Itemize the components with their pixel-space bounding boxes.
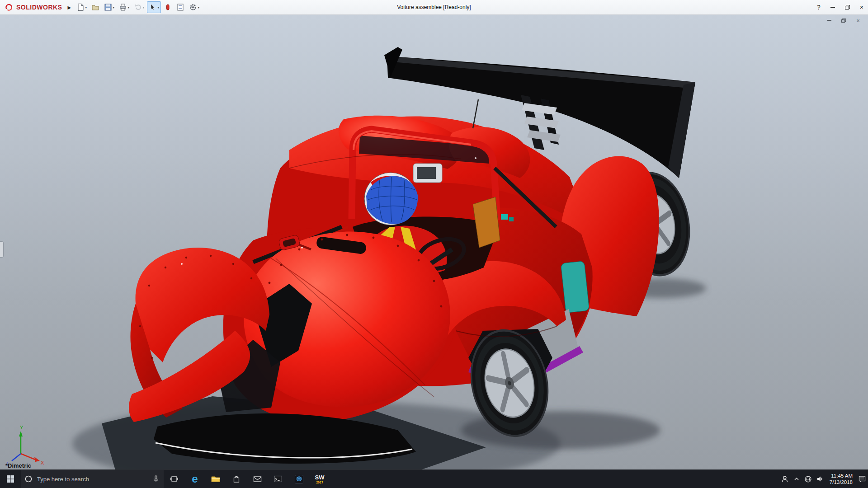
- network-icon: [804, 475, 812, 483]
- solidworks-logo: SOLIDWORKS: [0, 0, 66, 14]
- solidworks-app-year: 2017: [316, 481, 323, 484]
- volume-icon: [816, 475, 824, 483]
- open-folder-icon: [91, 3, 99, 11]
- dropdown-arrow[interactable]: ▾: [113, 5, 114, 9]
- microphone-icon[interactable]: [152, 475, 160, 483]
- close-button[interactable]: ×: [860, 0, 863, 14]
- new-document-icon: [76, 3, 85, 11]
- edge-icon: e: [192, 473, 198, 485]
- command-prompt-icon: [274, 475, 283, 483]
- dropdown-arrow[interactable]: ▾: [157, 5, 159, 9]
- select-cursor-icon: [149, 3, 157, 11]
- clock-time: 11:45 AM: [831, 473, 853, 479]
- file-explorer-icon: [211, 475, 220, 483]
- document-window-controls: ×: [826, 17, 862, 23]
- search-input[interactable]: [36, 475, 148, 483]
- window-controls: ? ×: [817, 0, 863, 14]
- dropdown-arrow[interactable]: ▾: [127, 5, 129, 9]
- doc-restore-icon: [841, 19, 846, 23]
- graphics-area[interactable]: ×: [0, 14, 868, 470]
- restore-button[interactable]: [845, 0, 850, 14]
- dropdown-arrow[interactable]: ▾: [142, 5, 144, 9]
- doc-restore-button[interactable]: [840, 17, 847, 23]
- brand-wordmark: SOLIDWORKS: [16, 4, 62, 11]
- mail-envelope-icon: [253, 475, 262, 483]
- print-icon: [119, 3, 127, 11]
- doc-close-button[interactable]: ×: [854, 17, 862, 23]
- help-button[interactable]: ?: [817, 0, 821, 14]
- save-button[interactable]: ▾: [102, 1, 116, 13]
- people-button[interactable]: [779, 475, 791, 483]
- clock-date: 7/13/2018: [830, 479, 853, 485]
- view-orientation-label: *Dimetric: [5, 462, 31, 469]
- store-bag-icon: [232, 475, 241, 483]
- restore-icon: [845, 5, 850, 9]
- taskbar-clock[interactable]: 11:45 AM 7/13/2018: [826, 473, 856, 486]
- solidworks-app-button[interactable]: SW 2017: [309, 470, 330, 488]
- select-tool-button[interactable]: ▾: [147, 1, 161, 13]
- open-button[interactable]: [90, 1, 101, 13]
- file-explorer-button[interactable]: [205, 470, 226, 488]
- quick-toolbar: ▾ ▾ ▾: [75, 1, 201, 13]
- cube-app-icon: [295, 475, 303, 483]
- store-button[interactable]: [226, 470, 247, 488]
- axis-y-label: Y: [20, 425, 24, 430]
- cortana-circle-icon: [24, 475, 33, 483]
- rebuild-button[interactable]: [162, 1, 174, 13]
- file-properties-button[interactable]: [175, 1, 186, 13]
- axis-x-label: X: [41, 460, 44, 465]
- volume-button[interactable]: [814, 475, 826, 483]
- start-icon: [6, 475, 14, 483]
- people-icon: [781, 475, 789, 483]
- solidworks-app-icon: SW: [315, 474, 325, 480]
- titlebar: SOLIDWORKS ▶ ▾ ▾: [0, 0, 868, 15]
- file-properties-icon: [176, 3, 184, 11]
- toolbar-flyout-arrow[interactable]: ▶: [67, 5, 71, 10]
- windows-taskbar: e SW 2017: [0, 469, 868, 488]
- minimize-icon: [830, 7, 835, 8]
- rebuild-icon: [164, 3, 172, 11]
- car-model-render[interactable]: Y X Z: [0, 14, 868, 470]
- save-floppy-icon: [104, 3, 112, 11]
- task-view-icon: [170, 475, 179, 483]
- dropdown-arrow[interactable]: ▾: [198, 5, 199, 9]
- cube-app-button[interactable]: [288, 470, 309, 488]
- start-button[interactable]: [0, 470, 21, 488]
- orientation-triad: Y X Z: [5, 425, 44, 466]
- chevron-up-icon: [793, 476, 800, 482]
- options-gear-icon: [189, 3, 197, 11]
- minimize-button[interactable]: [830, 0, 835, 14]
- undo-button[interactable]: ▾: [132, 1, 146, 13]
- system-tray: 11:45 AM 7/13/2018: [779, 470, 868, 488]
- command-prompt-button[interactable]: [268, 470, 288, 488]
- print-button[interactable]: ▾: [117, 1, 131, 13]
- network-button[interactable]: [802, 475, 814, 483]
- options-button[interactable]: ▾: [187, 1, 201, 13]
- task-view-button[interactable]: [164, 470, 184, 488]
- ds-logo-icon: [5, 3, 14, 12]
- tray-expand-button[interactable]: [791, 476, 802, 482]
- mail-button[interactable]: [247, 470, 268, 488]
- action-center-icon: [858, 475, 866, 483]
- doc-minimize-icon: [827, 20, 831, 21]
- doc-minimize-button[interactable]: [826, 17, 833, 23]
- new-document-button[interactable]: ▾: [75, 1, 89, 13]
- dropdown-arrow[interactable]: ▾: [85, 5, 87, 9]
- edge-button[interactable]: e: [184, 470, 205, 488]
- taskbar-search[interactable]: [21, 470, 164, 488]
- undo-icon: [134, 3, 142, 11]
- window-title: Voiture assemblee [Read-only]: [397, 0, 471, 14]
- action-center-button[interactable]: [856, 475, 868, 483]
- featuremanager-collapse-tab[interactable]: [0, 241, 4, 258]
